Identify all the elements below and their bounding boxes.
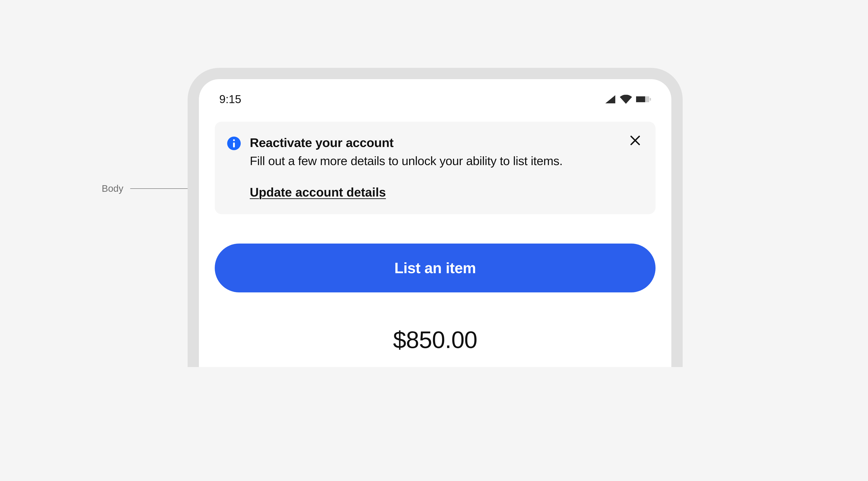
- status-bar: 9:15: [199, 79, 671, 113]
- list-item-button[interactable]: List an item: [215, 244, 655, 292]
- annotation-body: Body: [102, 183, 203, 194]
- notice-body: Reactivate your account Fill out a few m…: [250, 135, 640, 200]
- notice-title: Reactivate your account: [250, 135, 617, 150]
- svg-rect-2: [650, 98, 651, 101]
- close-icon: [630, 135, 641, 147]
- list-item-button-label: List an item: [395, 260, 476, 276]
- status-icons: [605, 95, 651, 104]
- status-time: 9:15: [219, 93, 241, 106]
- amount-display: $850.00: [215, 326, 655, 354]
- wifi-icon: [620, 95, 632, 104]
- phone-screen: 9:15: [199, 79, 671, 354]
- notice-card: Reactivate your account Fill out a few m…: [215, 122, 655, 214]
- update-account-link[interactable]: Update account details: [250, 185, 386, 200]
- svg-rect-1: [645, 96, 649, 102]
- battery-icon: [636, 95, 651, 103]
- phone-frame: 9:15: [188, 68, 683, 367]
- cellular-icon: [605, 95, 616, 104]
- svg-rect-0: [636, 96, 645, 102]
- info-icon: [227, 137, 241, 150]
- annotation-label: Body: [102, 183, 123, 194]
- stage: Body 9:15: [0, 0, 868, 481]
- close-button[interactable]: [628, 134, 642, 148]
- notice-text: Fill out a few more details to unlock yo…: [250, 153, 617, 169]
- content-area: Reactivate your account Fill out a few m…: [199, 113, 671, 354]
